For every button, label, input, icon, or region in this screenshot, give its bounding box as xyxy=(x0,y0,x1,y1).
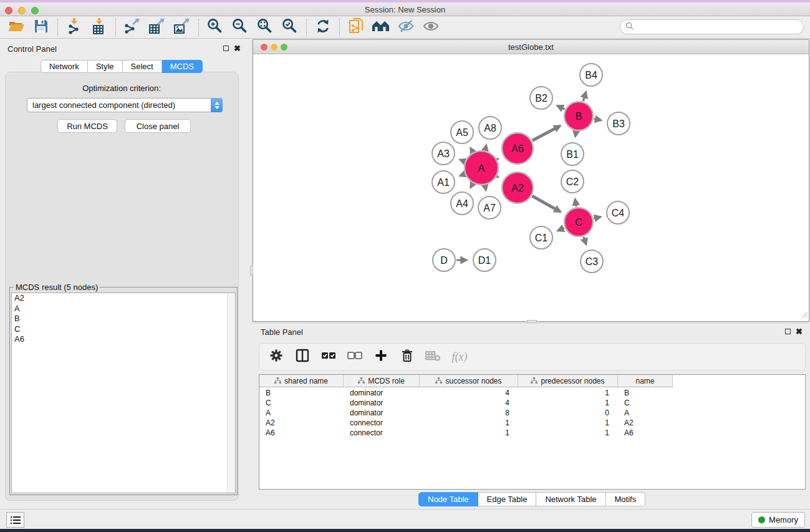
float-table-panel-icon[interactable] xyxy=(785,329,791,334)
show-details-button[interactable] xyxy=(418,17,443,37)
column-header-name[interactable]: name xyxy=(618,375,673,387)
edge-A-A1[interactable] xyxy=(460,174,465,176)
function-button[interactable]: f(x) xyxy=(448,346,471,367)
float-panel-icon[interactable] xyxy=(223,46,229,51)
table-row[interactable]: Bdominator41B xyxy=(259,388,805,398)
edge-A-A2[interactable] xyxy=(497,177,498,177)
close-table-panel-icon[interactable]: ✖ xyxy=(796,328,803,335)
edge-A-A3[interactable] xyxy=(460,160,465,162)
horizontal-splitter-handle[interactable] xyxy=(250,266,253,276)
node-B3[interactable]: B3 xyxy=(607,112,630,135)
node-A1[interactable]: A1 xyxy=(432,171,455,193)
deselect-all-button[interactable] xyxy=(343,346,367,367)
network-window-titlebar[interactable]: testGlobe.txt xyxy=(253,40,809,54)
edge-A6-B[interactable] xyxy=(533,126,560,140)
table-row[interactable]: Cdominator41C xyxy=(259,398,805,408)
zoom-out-button[interactable] xyxy=(228,17,253,37)
edge-A2-C[interactable] xyxy=(533,196,561,211)
export-network-button[interactable] xyxy=(120,17,145,37)
node-C1[interactable]: C1 xyxy=(530,226,552,249)
refresh-button[interactable] xyxy=(311,17,335,37)
edge-C-C3[interactable] xyxy=(584,237,586,244)
network-graph[interactable]: B4B2BB3A5A8A6A3B1AA1C2A2A4A7CC4C1C3DD1 xyxy=(253,54,809,321)
edge-B-B4[interactable] xyxy=(583,92,586,101)
node-B4[interactable]: B4 xyxy=(580,64,602,86)
node-D1[interactable]: D1 xyxy=(473,249,496,271)
node-C3[interactable]: C3 xyxy=(581,250,603,273)
node-A2[interactable]: A2 xyxy=(502,172,533,203)
node-A8[interactable]: A8 xyxy=(479,117,501,139)
edge-A-A8[interactable] xyxy=(485,145,486,150)
table-row[interactable]: A6connector11A6 xyxy=(259,428,805,438)
network-from-file-button[interactable] xyxy=(344,17,369,37)
column-header-MCDS-role[interactable]: MCDS role xyxy=(344,375,420,387)
column-header-shared-name[interactable]: shared name xyxy=(259,375,344,387)
zoom-fit-button[interactable] xyxy=(253,17,277,37)
delete-button[interactable] xyxy=(395,346,419,367)
node-C[interactable]: C xyxy=(564,208,593,236)
node-A[interactable]: A xyxy=(465,151,498,185)
tab-mcds[interactable]: MCDS xyxy=(162,60,203,73)
close-panel-icon[interactable]: ✖ xyxy=(234,45,241,52)
search-input[interactable] xyxy=(637,22,798,31)
search-field[interactable] xyxy=(620,19,804,34)
result-item[interactable]: A2 xyxy=(12,293,235,304)
column-header-predecessor-nodes[interactable]: predecessor nodes xyxy=(518,375,618,387)
zoom-in-button[interactable] xyxy=(203,17,228,37)
node-B2[interactable]: B2 xyxy=(530,87,552,109)
node-A4[interactable]: A4 xyxy=(451,192,473,215)
edge-C-C2[interactable] xyxy=(575,200,576,207)
resize-grip-icon[interactable] xyxy=(799,309,808,321)
result-item[interactable]: A6 xyxy=(12,334,235,345)
edge-C-C1[interactable] xyxy=(558,228,564,231)
run-mcds-button[interactable]: Run MCDS xyxy=(57,119,117,133)
select-all-button[interactable] xyxy=(317,346,340,367)
node-A3[interactable]: A3 xyxy=(432,142,455,165)
column-header-successor-nodes[interactable]: successor nodes xyxy=(420,375,518,387)
import-table-button[interactable] xyxy=(87,17,112,37)
edge-B-B1[interactable] xyxy=(576,132,576,137)
result-item[interactable]: C xyxy=(12,324,235,335)
memory-button[interactable]: Memory xyxy=(751,512,805,528)
node-B1[interactable]: B1 xyxy=(561,143,584,165)
node-A5[interactable]: A5 xyxy=(451,121,473,143)
open-session-button[interactable] xyxy=(4,17,29,37)
tab-style[interactable]: Style xyxy=(88,60,123,73)
result-item[interactable]: A xyxy=(12,304,235,314)
node-A7[interactable]: A7 xyxy=(478,196,501,219)
mcds-result-list[interactable]: A2ABCA6 xyxy=(11,293,236,493)
task-history-button[interactable] xyxy=(6,512,24,528)
edge-A-A5[interactable] xyxy=(471,148,473,152)
delete-table-button[interactable] xyxy=(422,346,445,367)
import-network-button[interactable] xyxy=(62,17,87,37)
export-image-button[interactable] xyxy=(170,17,195,37)
result-scrollbar[interactable] xyxy=(227,293,235,493)
save-session-button[interactable] xyxy=(29,17,54,37)
criterion-select[interactable]: largest connected component (directed) xyxy=(27,98,223,112)
tab-network[interactable]: Network xyxy=(41,60,88,73)
close-panel-button[interactable]: Close panel xyxy=(125,119,191,133)
edge-A-A4[interactable] xyxy=(471,184,473,188)
settings-button[interactable] xyxy=(264,346,288,367)
node-B[interactable]: B xyxy=(564,102,593,130)
tab-edge-table[interactable]: Edge Table xyxy=(478,492,537,506)
table-row[interactable]: Adominator80A xyxy=(259,408,805,418)
vertical-splitter-handle[interactable] xyxy=(527,320,537,323)
tab-select[interactable]: Select xyxy=(123,60,162,73)
node-A6[interactable]: A6 xyxy=(502,133,533,164)
node-C2[interactable]: C2 xyxy=(561,170,584,193)
table-row[interactable]: A2connector11A2 xyxy=(259,418,805,428)
edge-C-C4[interactable] xyxy=(594,217,600,219)
zoom-selected-button[interactable] xyxy=(277,17,302,37)
tab-node-table[interactable]: Node Table xyxy=(418,492,478,506)
node-D[interactable]: D xyxy=(433,249,455,271)
edge-A-A7[interactable] xyxy=(485,185,486,190)
export-table-button[interactable] xyxy=(145,17,170,37)
home-button[interactable] xyxy=(369,17,393,37)
node-C4[interactable]: C4 xyxy=(607,201,629,224)
hide-details-button[interactable] xyxy=(393,17,418,37)
tab-motifs[interactable]: Motifs xyxy=(606,492,646,506)
edge-B-B3[interactable] xyxy=(594,119,601,120)
tab-network-table[interactable]: Network Table xyxy=(536,492,605,506)
edge-B-B2[interactable] xyxy=(557,106,564,110)
